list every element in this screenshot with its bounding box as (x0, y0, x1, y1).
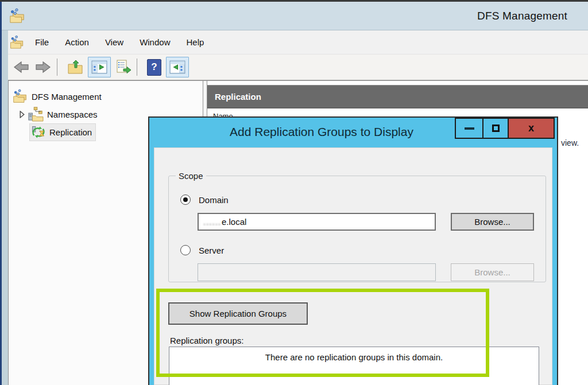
export-list-icon[interactable] (115, 60, 131, 75)
replication-groups-list[interactable]: There are no replication groups in this … (169, 347, 539, 385)
toolbar: ? (8, 55, 588, 80)
domain-radio-label: Domain (199, 195, 229, 205)
close-button[interactable]: x (508, 118, 555, 139)
toolbar-separator (57, 59, 57, 76)
tree-item-dfs-management[interactable]: DFS Management (12, 89, 102, 104)
results-pane-banner: Replication (207, 85, 588, 108)
redacted-domain-prefix: ...... (203, 217, 221, 227)
menu-help[interactable]: Help (186, 35, 204, 49)
dfs-child-window-icon (9, 34, 25, 50)
help-icon[interactable]: ? (147, 59, 161, 76)
dfs-management-icon (12, 89, 28, 104)
domain-input[interactable]: ......e.local (198, 213, 436, 231)
tree-item-replication[interactable]: Replication (29, 123, 96, 141)
window-frame-strip (2, 30, 8, 385)
menu-window[interactable]: Window (140, 35, 170, 49)
tree-item-namespaces[interactable]: Namespaces (19, 107, 98, 122)
window-title: DFS Management (477, 2, 567, 30)
show-console-tree-icon[interactable] (88, 57, 111, 77)
window-top-border (0, 0, 588, 2)
domain-radio[interactable] (180, 195, 191, 205)
dialog-title: Add Replication Groups to Display (184, 118, 459, 147)
show-action-pane-icon[interactable] (166, 57, 189, 77)
minimize-icon (465, 127, 474, 130)
up-one-level-icon[interactable] (67, 60, 83, 75)
back-icon[interactable] (13, 60, 30, 74)
empty-list-message: There are no replication groups in this … (169, 347, 539, 362)
tree-item-label: Namespaces (47, 110, 98, 119)
dialog-window-buttons: x (456, 118, 555, 139)
scope-groupbox: Scope Domain ......e.local Browse... Ser… (168, 171, 546, 282)
namespaces-icon (28, 107, 44, 122)
domain-browse-button[interactable]: Browse... (451, 213, 534, 231)
window-left-border (0, 2, 2, 385)
maximize-button[interactable] (482, 118, 509, 139)
clipped-text-fragment: view. (561, 138, 579, 147)
show-replication-groups-button[interactable]: Show Replication Groups (168, 302, 308, 325)
window-titlebar: DFS Management (2, 2, 588, 30)
replication-icon (31, 125, 46, 139)
dialog-titlebar: Add Replication Groups to Display x (149, 118, 557, 147)
dialog-body: Scope Domain ......e.local Browse... Ser… (154, 147, 552, 385)
server-radio-label: Server (199, 246, 224, 255)
menu-view[interactable]: View (105, 35, 123, 49)
server-input (198, 263, 436, 281)
help-glyph: ? (147, 59, 161, 76)
tree-item-label: Replication (49, 127, 92, 137)
tree-selection-highlight: Replication (29, 123, 96, 141)
server-radio[interactable] (180, 245, 191, 255)
add-replication-groups-dialog: Add Replication Groups to Display x Scop… (148, 116, 558, 385)
maximize-icon (492, 125, 500, 132)
toolbar-separator (137, 59, 137, 76)
expander-icon[interactable] (19, 111, 25, 118)
server-browse-button: Browse... (451, 263, 534, 281)
tree-item-label: DFS Management (32, 92, 102, 102)
forward-icon[interactable] (34, 60, 52, 74)
minimize-button[interactable] (455, 118, 483, 139)
dfs-app-icon (9, 7, 26, 25)
menu-action[interactable]: Action (65, 35, 89, 49)
domain-value: e.local (222, 217, 246, 227)
menu-bar: File Action View Window Help (8, 30, 588, 55)
menu-file[interactable]: File (35, 35, 49, 49)
replication-groups-label: Replication groups: (170, 336, 243, 345)
scope-legend: Scope (176, 171, 206, 181)
